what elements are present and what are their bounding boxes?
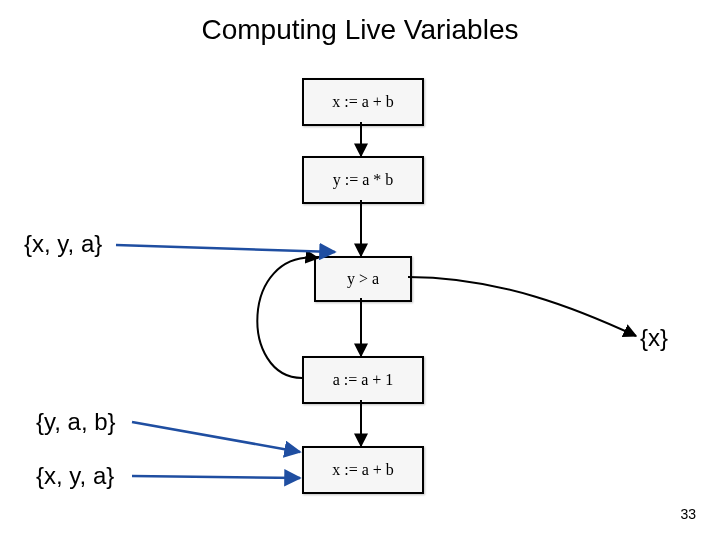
- arrow-annot-a3: [132, 476, 300, 478]
- block-b4: a := a + 1: [302, 356, 424, 404]
- block-b2: y := a * b: [302, 156, 424, 204]
- edge-b3-right: [408, 277, 636, 336]
- live-set-right-branch: {x}: [640, 324, 668, 352]
- block-b1: x := a + b: [302, 78, 424, 126]
- page-number: 33: [680, 506, 696, 522]
- live-set-b3-in: {x, y, a}: [24, 230, 102, 258]
- arrow-annot-a2: [132, 422, 300, 452]
- arrow-annot-a1: [116, 245, 335, 252]
- block-b5: x := a + b: [302, 446, 424, 494]
- live-set-b5-lower: {x, y, a}: [36, 462, 114, 490]
- block-b3-condition: y > a: [314, 256, 412, 302]
- live-set-b5-upper: {y, a, b}: [36, 408, 116, 436]
- page-title: Computing Live Variables: [0, 14, 720, 46]
